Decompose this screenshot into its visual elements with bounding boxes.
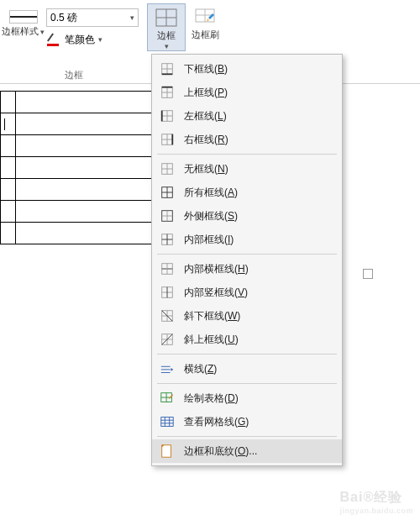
menu-item-horizontal-line[interactable]: 横线(Z) (152, 357, 342, 381)
table-cell[interactable] (1, 157, 16, 179)
menu-separator (157, 354, 337, 355)
menu-item-border-top[interactable]: 上框线(P) (152, 81, 342, 104)
menu-item-border-all[interactable]: 所有框线(A) (152, 181, 342, 204)
border-left-icon (159, 108, 176, 124)
border-bottom-icon (159, 60, 176, 77)
border-all-icon (159, 184, 176, 201)
brush-icon (193, 7, 217, 27)
watermark-brand: Bai®经验 (339, 490, 402, 504)
chevron-down-icon: ▾ (165, 42, 169, 50)
table-cell[interactable] (1, 223, 16, 244)
menu-item-borders-and-shading[interactable]: 边框和底纹(O)... (152, 439, 342, 463)
menu-separator (157, 154, 337, 155)
menu-item-label: 内部竖框线(V) (184, 286, 333, 300)
table-cell[interactable] (1, 92, 16, 113)
ribbon-group-label: 边框 (0, 69, 148, 81)
menu-item-label: 左框线(L) (184, 109, 333, 123)
svg-rect-54 (161, 418, 173, 427)
menu-item-border-inside[interactable]: 内部框线(I) (152, 228, 342, 251)
menu-item-border-outside[interactable]: 外侧框线(S) (152, 204, 342, 228)
grid-icon (155, 8, 178, 28)
menu-item-label: 绘制表格(D) (184, 391, 333, 406)
border-dropdown-button[interactable]: 边框 ▾ (147, 3, 186, 51)
menu-item-label: 横线(Z) (184, 362, 333, 376)
menu-item-label: 内部横框线(H) (184, 262, 333, 276)
border-inside-v-icon (159, 284, 176, 301)
border-right-icon (159, 131, 176, 148)
menu-item-label: 斜上框线(U) (184, 333, 333, 347)
border-painter-button[interactable]: 边框刷 (186, 3, 224, 41)
border-dropdown-menu: 下框线(B)上框线(P)左框线(L)右框线(R)无框线(N)所有框线(A)外侧框… (151, 54, 343, 466)
border-diag-down-icon (159, 307, 176, 324)
pen-color-icon (46, 32, 61, 47)
menu-item-border-none[interactable]: 无框线(N) (152, 157, 342, 181)
borders-and-shading-icon (159, 443, 176, 460)
menu-item-label: 边框和底纹(O)... (184, 444, 333, 459)
menu-item-label: 内部框线(I) (184, 233, 333, 247)
menu-item-view-gridlines[interactable]: 查看网格线(G) (152, 410, 342, 433)
border-style-label: 边框样式 (2, 25, 39, 38)
menu-item-border-inside-h[interactable]: 内部横框线(H) (152, 257, 342, 281)
table-cell[interactable] (1, 113, 16, 135)
pen-color-button[interactable]: 笔颜色 ▾ (46, 32, 147, 47)
menu-item-label: 无框线(N) (184, 162, 333, 176)
table-cell[interactable] (1, 135, 16, 157)
menu-separator (157, 383, 337, 384)
menu-item-label: 上框线(P) (184, 86, 333, 100)
border-outside-icon (159, 207, 176, 224)
border-top-icon (159, 84, 176, 101)
border-weight-select[interactable]: 0.5 磅 ▾ (46, 8, 139, 27)
menu-item-border-diag-down[interactable]: 斜下框线(W) (152, 304, 342, 328)
table-cell[interactable] (1, 179, 16, 201)
menu-item-border-inside-v[interactable]: 内部竖框线(V) (152, 281, 342, 304)
border-button-label: 边框 (157, 29, 176, 42)
border-style-swatch (9, 10, 38, 24)
menu-item-border-right[interactable]: 右框线(R) (152, 128, 342, 151)
menu-item-border-diag-up[interactable]: 斜上框线(U) (152, 328, 342, 351)
chevron-down-icon: ▾ (40, 28, 45, 36)
menu-separator (157, 254, 337, 255)
svg-rect-59 (162, 445, 171, 457)
border-inside-h-icon (159, 260, 176, 277)
end-of-content-mark (363, 269, 373, 279)
menu-item-border-bottom[interactable]: 下框线(B) (152, 57, 342, 81)
menu-item-label: 下框线(B) (184, 62, 333, 76)
menu-item-label: 斜下框线(W) (184, 309, 333, 323)
border-weight-value: 0.5 磅 (50, 11, 77, 25)
chevron-down-icon: ▾ (98, 35, 102, 44)
pen-color-label: 笔颜色 (65, 33, 95, 47)
menu-separator (157, 436, 337, 437)
menu-item-label: 所有框线(A) (184, 186, 333, 200)
menu-item-label: 外侧框线(S) (184, 209, 333, 223)
menu-item-border-left[interactable]: 左框线(L) (152, 104, 342, 128)
border-style-button[interactable]: 边框样式▾ (0, 3, 46, 38)
view-gridlines-icon (159, 413, 176, 430)
border-diag-up-icon (159, 331, 176, 348)
table-cell[interactable] (1, 201, 16, 223)
menu-item-label: 查看网格线(G) (184, 415, 333, 429)
border-inside-icon (159, 231, 176, 248)
draw-table-icon (159, 390, 176, 407)
horizontal-line-icon (159, 360, 176, 377)
watermark: Bai®经验 jingyan.baidu.com (339, 489, 413, 515)
chevron-down-icon: ▾ (130, 13, 134, 22)
menu-item-draw-table[interactable]: 绘制表格(D) (152, 386, 342, 410)
menu-item-label: 右框线(R) (184, 133, 333, 147)
watermark-sub: jingyan.baidu.com (339, 507, 413, 515)
border-none-icon (159, 160, 176, 177)
border-painter-label: 边框刷 (192, 29, 219, 41)
